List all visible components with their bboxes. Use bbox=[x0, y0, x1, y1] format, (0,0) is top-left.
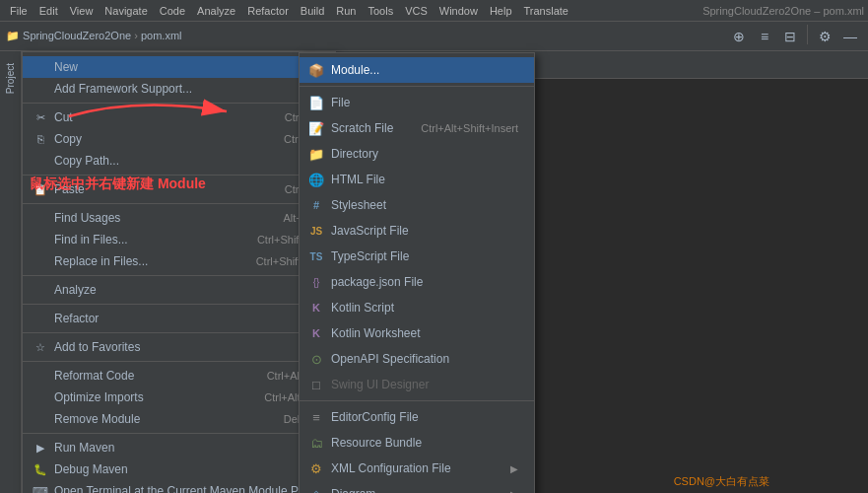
context-debug-maven-label: Debug Maven bbox=[54, 462, 128, 476]
submenu-scratch-label: Scratch File bbox=[331, 121, 393, 135]
menu-view[interactable]: View bbox=[64, 3, 100, 19]
context-menu-copy-path[interactable]: Copy Path... bbox=[23, 150, 335, 172]
submenu-new: 📦 Module... 📄 File 📝 Scratch File Ctrl+A… bbox=[299, 52, 535, 493]
menu-vcs[interactable]: VCS bbox=[399, 3, 434, 19]
js-icon: JS bbox=[307, 222, 325, 240]
context-new-label: New bbox=[54, 60, 78, 74]
terminal-icon: ⌨ bbox=[33, 485, 48, 494]
kotlin-worksheet-icon: K bbox=[307, 324, 325, 342]
menu-translate[interactable]: Translate bbox=[518, 3, 574, 19]
paste-icon: 📋 bbox=[33, 183, 48, 196]
xml-config-arrow: ▶ bbox=[510, 463, 518, 474]
context-menu-cut[interactable]: ✂ Cut Ctrl+X bbox=[23, 106, 335, 128]
context-menu-copy[interactable]: ⎘ Copy Ctrl+C bbox=[23, 128, 335, 150]
toolbar-sep bbox=[807, 25, 808, 44]
submenu-swing-ui: □ Swing UI Designer bbox=[300, 372, 534, 397]
menu-analyze[interactable]: Analyze bbox=[191, 3, 241, 19]
context-copy-label: Copy bbox=[54, 132, 82, 146]
context-menu-reformat[interactable]: Reformat Code Ctrl+Alt+L bbox=[23, 365, 335, 387]
context-menu-find-in-files[interactable]: Find in Files... Ctrl+Shift+F bbox=[23, 229, 335, 250]
submenu-file[interactable]: 📄 File bbox=[300, 90, 534, 115]
context-menu-remove-module[interactable]: Remove Module Delete bbox=[23, 408, 335, 430]
context-open-terminal-label: Open Terminal at the Current Maven Modul… bbox=[54, 484, 315, 493]
context-menu-debug-maven[interactable]: 🐛 Debug Maven ▶ bbox=[23, 458, 335, 480]
context-menu-refactor[interactable]: Refactor ▶ bbox=[23, 308, 335, 329]
sidebar-tab-project[interactable]: Project bbox=[1, 55, 20, 102]
menu-help[interactable]: Help bbox=[484, 3, 518, 19]
submenu-module[interactable]: 📦 Module... bbox=[300, 57, 534, 83]
context-menu-add-favorites[interactable]: ☆ Add to Favorites bbox=[23, 336, 335, 358]
menu-code[interactable]: Code bbox=[154, 3, 191, 19]
context-copy-path-label: Copy Path... bbox=[54, 154, 119, 168]
submenu-openapi[interactable]: ⊙ OpenAPI Specification bbox=[300, 346, 534, 372]
submenu-diagram[interactable]: ◈ Diagram ▶ bbox=[300, 481, 534, 493]
sep-2 bbox=[23, 175, 335, 176]
menu-run[interactable]: Run bbox=[330, 3, 362, 19]
submenu-javascript[interactable]: JS JavaScript File bbox=[300, 218, 534, 244]
context-menu-run-maven[interactable]: ▶ Run Maven ▶ bbox=[23, 437, 335, 458]
debug-maven-icon: 🐛 bbox=[33, 463, 48, 476]
editorconfig-icon: ≡ bbox=[307, 408, 325, 426]
context-menu-find-usages[interactable]: Find Usages Alt+F7 bbox=[23, 207, 335, 229]
toolbar-list-btn[interactable]: ≡ bbox=[753, 25, 776, 48]
breadcrumb-separator: › bbox=[134, 30, 141, 41]
context-remove-module-label: Remove Module bbox=[54, 412, 140, 426]
submenu-xml-config-label: XML Configuration File bbox=[331, 461, 451, 475]
context-add-favorites-label: Add to Favorites bbox=[54, 340, 140, 354]
submenu-kotlin-script-label: Kotlin Script bbox=[331, 301, 394, 315]
toolbar-hide-btn[interactable]: — bbox=[838, 25, 862, 48]
submenu-kotlin-script[interactable]: K Kotlin Script bbox=[300, 295, 534, 320]
submenu-stylesheet[interactable]: # Stylesheet bbox=[300, 192, 534, 218]
submenu-package-json[interactable]: {} package.json File bbox=[300, 269, 534, 295]
submenu-xml-config[interactable]: ⚙ XML Configuration File ▶ bbox=[300, 456, 534, 481]
context-menu-new[interactable]: New ▶ bbox=[23, 56, 335, 78]
css-icon: # bbox=[307, 196, 325, 214]
context-replace-in-files-label: Replace in Files... bbox=[54, 254, 148, 268]
submenu-kotlin-worksheet[interactable]: K Kotlin Worksheet bbox=[300, 320, 534, 346]
toolbar-collapse-btn[interactable]: ⊟ bbox=[778, 25, 802, 48]
json-icon: {} bbox=[307, 273, 325, 291]
submenu-kotlin-worksheet-label: Kotlin Worksheet bbox=[331, 326, 421, 340]
context-cut-label: Cut bbox=[54, 110, 73, 124]
menu-navigate[interactable]: Navigate bbox=[99, 3, 153, 19]
scratch-shortcut: Ctrl+Alt+Shift+Insert bbox=[421, 122, 518, 134]
submenu-directory[interactable]: 📁 Directory bbox=[300, 141, 534, 167]
menu-tools[interactable]: Tools bbox=[362, 3, 399, 19]
menu-refactor[interactable]: Refactor bbox=[241, 3, 295, 19]
menu-edit[interactable]: Edit bbox=[33, 3, 64, 19]
submenu-html-file[interactable]: 🌐 HTML File bbox=[300, 167, 534, 192]
openapi-icon: ⊙ bbox=[307, 350, 325, 368]
swing-icon: □ bbox=[307, 376, 325, 393]
submenu-typescript[interactable]: TS TypeScript File bbox=[300, 244, 534, 269]
context-add-framework-label: Add Framework Support... bbox=[54, 82, 192, 96]
menu-window[interactable]: Window bbox=[434, 3, 484, 19]
sep-6 bbox=[23, 332, 335, 333]
sub-sep-1 bbox=[300, 86, 534, 87]
submenu-package-json-label: package.json File bbox=[331, 275, 423, 289]
context-menu-analyze[interactable]: Analyze ▶ bbox=[23, 279, 335, 301]
scratch-icon: 📝 bbox=[307, 119, 325, 137]
submenu-openapi-label: OpenAPI Specification bbox=[331, 352, 449, 366]
toolbar-settings-btn[interactable]: ⚙ bbox=[813, 25, 836, 48]
app-title: SpringCloudZero2One – pom.xml bbox=[702, 5, 864, 17]
submenu-editorconfig[interactable]: ≡ EditorConfig File bbox=[300, 404, 534, 430]
context-menu-replace-in-files[interactable]: Replace in Files... Ctrl+Shift+R bbox=[23, 250, 335, 272]
context-menu-add-framework[interactable]: Add Framework Support... bbox=[23, 78, 335, 100]
menu-build[interactable]: Build bbox=[295, 3, 330, 19]
context-menu-paste[interactable]: 📋 Paste Ctrl+V bbox=[23, 178, 335, 200]
breadcrumb-project[interactable]: SpringCloudZero2One bbox=[23, 30, 131, 41]
submenu-directory-label: Directory bbox=[331, 147, 378, 161]
submenu-stylesheet-label: Stylesheet bbox=[331, 198, 386, 212]
submenu-resource-bundle[interactable]: 🗂 Resource Bundle bbox=[300, 430, 534, 456]
context-menu-open-terminal[interactable]: ⌨ Open Terminal at the Current Maven Mod… bbox=[23, 480, 335, 493]
toolbar-add-btn[interactable]: ⊕ bbox=[727, 25, 751, 48]
sep-7 bbox=[23, 361, 335, 362]
favorites-icon: ☆ bbox=[33, 341, 48, 354]
toolbar: 📁 SpringCloudZero2One › pom.xml ⊕ ≡ ⊟ ⚙ … bbox=[0, 22, 868, 51]
submenu-scratch-file[interactable]: 📝 Scratch File Ctrl+Alt+Shift+Insert bbox=[300, 115, 534, 141]
menu-file[interactable]: File bbox=[4, 3, 33, 19]
context-menu-overlay: New ▶ Add Framework Support... ✂ Cut Ctr… bbox=[22, 51, 336, 493]
submenu-html-label: HTML File bbox=[331, 173, 385, 186]
file-icon: 📄 bbox=[307, 94, 325, 111]
context-menu-optimize-imports[interactable]: Optimize Imports Ctrl+Alt+O bbox=[23, 387, 335, 408]
